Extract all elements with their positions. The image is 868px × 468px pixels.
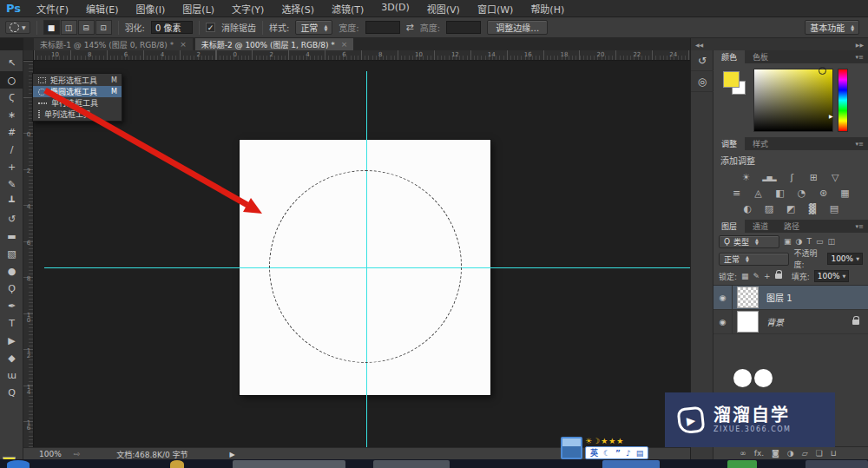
gradient-tool[interactable]: ▧ bbox=[0, 245, 23, 262]
taskbar-app-button[interactable] bbox=[727, 460, 757, 468]
layer-thumbnail[interactable] bbox=[737, 311, 759, 333]
antialias-checkbox[interactable]: ✓ bbox=[206, 23, 215, 32]
add-layer-mask-button[interactable]: ◙ bbox=[772, 449, 779, 458]
brush-tool[interactable]: ✎ bbox=[0, 175, 23, 193]
vibrance-icon[interactable]: ▽ bbox=[830, 172, 841, 183]
history-brush-tool[interactable]: ↺ bbox=[0, 210, 23, 227]
ime-skin-button[interactable]: ☾ bbox=[603, 449, 610, 458]
spot-healing-brush-tool[interactable]: + bbox=[0, 158, 23, 175]
layer-filter-select[interactable]: Ϙ 类型 ▲▼ bbox=[719, 235, 779, 248]
new-adjustment-layer-button[interactable]: ◑ bbox=[787, 449, 794, 458]
new-selection-mode-button[interactable]: ■ bbox=[43, 20, 60, 35]
menu-item[interactable]: 窗口(W) bbox=[469, 2, 522, 16]
taskbar-app-button[interactable] bbox=[233, 460, 345, 468]
invert-icon[interactable]: ◐ bbox=[742, 203, 753, 214]
tab-adjustments[interactable]: 调整 bbox=[713, 137, 745, 150]
filter-adjustment-layers-icon[interactable]: ◑ bbox=[796, 237, 803, 246]
filter-pixel-layers-icon[interactable]: ▣ bbox=[784, 237, 792, 246]
curves-icon[interactable]: ʃ bbox=[786, 172, 798, 183]
status-options-arrow[interactable]: ▶ bbox=[230, 451, 235, 458]
hand-tool[interactable]: ɯ bbox=[0, 366, 23, 384]
eyedropper-tool[interactable]: ∕ bbox=[0, 141, 23, 158]
lock-position-icon[interactable]: + bbox=[764, 272, 771, 280]
dodge-tool[interactable]: Ϙ bbox=[0, 280, 23, 297]
menu-item[interactable]: 编辑(E) bbox=[77, 2, 128, 16]
brightness-contrast-icon[interactable]: ☀ bbox=[740, 172, 752, 183]
width-input[interactable] bbox=[365, 21, 400, 34]
tab-layers[interactable]: 图层 bbox=[713, 220, 745, 233]
height-input[interactable] bbox=[446, 21, 481, 34]
taskbar-start-button[interactable] bbox=[7, 460, 30, 468]
close-icon[interactable]: × bbox=[341, 40, 348, 49]
visibility-eye-icon[interactable]: ◉ bbox=[713, 310, 733, 333]
black-white-icon[interactable]: ◧ bbox=[774, 188, 786, 199]
layer-thumbnail[interactable] bbox=[737, 287, 759, 308]
menu-item[interactable]: 视图(V) bbox=[418, 2, 469, 16]
zoom-level-field[interactable]: 100% bbox=[39, 450, 62, 458]
color-lookup-icon[interactable]: ▦ bbox=[839, 188, 851, 199]
lock-transparency-icon[interactable]: ▦ bbox=[741, 272, 749, 280]
layer-row-background[interactable]: ◉ 背景 bbox=[713, 310, 868, 334]
menu-item[interactable]: 选择(S) bbox=[273, 2, 323, 16]
menu-item[interactable]: 3D(D) bbox=[372, 2, 418, 16]
tab-color[interactable]: 颜色 bbox=[713, 50, 745, 63]
document-tab[interactable]: 未标题-1 @ 145% (图层 0, RGB/8) *× bbox=[34, 38, 193, 50]
flyout-single-row-marquee[interactable]: 单行选框工具 bbox=[33, 97, 122, 109]
history-panel-button[interactable]: ↺ bbox=[691, 50, 713, 71]
fill-value-field[interactable]: 100% ▼ bbox=[814, 270, 850, 282]
visibility-eye-icon[interactable]: ◉ bbox=[713, 286, 733, 309]
selective-color-icon[interactable]: ▤ bbox=[829, 203, 840, 214]
panel-menu-icon[interactable]: ▾≡ bbox=[856, 137, 868, 150]
foreground-color-swatch[interactable] bbox=[723, 71, 740, 88]
style-select[interactable]: 正常 ▲▼ bbox=[295, 20, 332, 35]
menu-item[interactable]: 帮助(H) bbox=[522, 2, 573, 16]
ime-punctuation-button[interactable]: ” bbox=[615, 449, 621, 458]
flyout-rectangular-marquee[interactable]: 矩形选框工具M bbox=[33, 75, 122, 86]
refine-edge-button[interactable]: 调整边缘… bbox=[487, 20, 548, 35]
blend-mode-select[interactable]: 正常 ▲▼ bbox=[719, 253, 789, 266]
collapse-panels-icon[interactable]: ▶▶ bbox=[856, 42, 864, 48]
color-balance-icon[interactable]: ◬ bbox=[753, 188, 764, 199]
menu-item[interactable]: 滤镜(T) bbox=[323, 2, 372, 16]
canvas-viewport[interactable] bbox=[34, 61, 690, 447]
taskbar-app-button[interactable] bbox=[602, 460, 660, 468]
shape-tool[interactable]: ◆ bbox=[0, 349, 23, 366]
layer-name[interactable]: 背景 bbox=[766, 315, 784, 328]
ruler-origin-corner[interactable] bbox=[23, 50, 34, 61]
posterize-icon[interactable]: ▨ bbox=[764, 203, 775, 214]
path-selection-tool[interactable]: ▶ bbox=[0, 332, 23, 349]
properties-panel-button[interactable]: ◎ bbox=[691, 71, 713, 92]
zoom-tool[interactable]: Q bbox=[0, 384, 23, 401]
close-icon[interactable]: × bbox=[180, 40, 187, 49]
move-tool[interactable]: ↖ bbox=[0, 54, 23, 71]
link-layers-button[interactable]: ∞ bbox=[740, 449, 746, 458]
filter-smart-objects-icon[interactable]: ◫ bbox=[827, 237, 835, 246]
tab-swatches[interactable]: 色板 bbox=[745, 50, 776, 63]
subtract-from-selection-mode-button[interactable]: ⊟ bbox=[78, 20, 95, 35]
new-group-button[interactable]: ▱ bbox=[802, 449, 808, 458]
document-tab[interactable]: 未标题-2 @ 100% (图层 1, RGB/8) *× bbox=[195, 38, 354, 50]
taskbar-tray-icon[interactable] bbox=[170, 460, 184, 468]
taskbar-tray-area[interactable] bbox=[806, 460, 868, 468]
panel-menu-icon[interactable]: ▾≡ bbox=[856, 50, 868, 63]
levels-icon[interactable]: ▂▅▂ bbox=[762, 174, 775, 181]
layer-name[interactable]: 图层 1 bbox=[766, 291, 792, 304]
eraser-tool[interactable]: ▬ bbox=[0, 227, 23, 245]
menu-item[interactable]: 图像(I) bbox=[128, 2, 174, 16]
color-picker-marker[interactable] bbox=[819, 67, 826, 75]
lock-all-icon[interactable] bbox=[775, 274, 782, 279]
gradient-map-icon[interactable]: ▓ bbox=[807, 203, 819, 214]
photo-filter-icon[interactable]: ◔ bbox=[796, 188, 807, 199]
menu-item[interactable]: 文字(Y) bbox=[223, 2, 273, 16]
panel-menu-icon[interactable]: ▾≡ bbox=[856, 220, 868, 233]
taskbar-app-button[interactable] bbox=[373, 460, 450, 468]
menu-item[interactable]: 图层(L) bbox=[174, 2, 223, 16]
magic-wand-tool[interactable]: ∗ bbox=[0, 106, 23, 123]
opacity-value-field[interactable]: 100% ▼ bbox=[827, 253, 863, 265]
lasso-tool[interactable]: Ϛ bbox=[0, 89, 23, 106]
workspace-select[interactable]: 基本功能 ▲▼ bbox=[805, 20, 859, 35]
exposure-icon[interactable]: ⊞ bbox=[808, 172, 819, 183]
ime-skin-thumbnail[interactable] bbox=[561, 437, 582, 459]
tab-channels[interactable]: 通道 bbox=[745, 220, 776, 233]
flyout-elliptical-marquee[interactable]: 椭圆选框工具M bbox=[33, 86, 122, 97]
